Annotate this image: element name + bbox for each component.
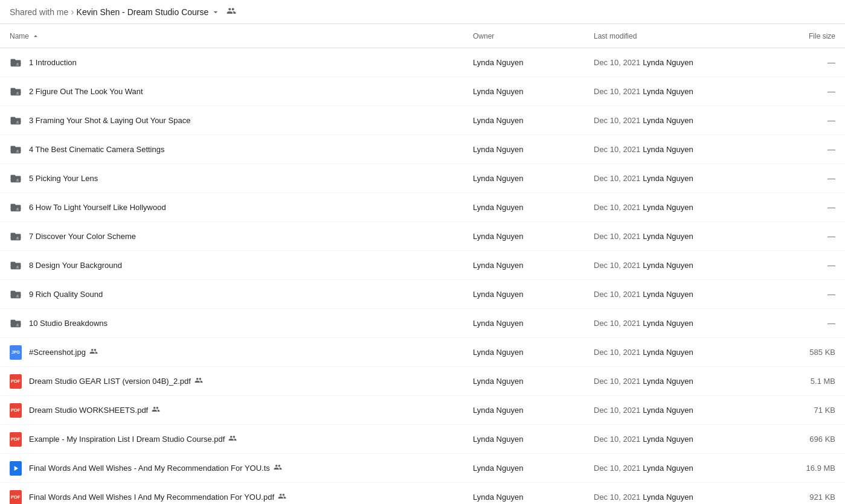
folder-shared-icon [10, 289, 22, 301]
modified-by: Lynda Nguyen [643, 377, 693, 386]
file-name-cell: 6 How To Light Yourself Like Hollywood [10, 202, 473, 214]
pdf-icon: PDF [10, 490, 22, 505]
file-name: 2 Figure Out The Look You Want [29, 87, 143, 96]
file-name: Dream Studio GEAR LIST (version 04B)_2.p… [29, 376, 203, 386]
table-row[interactable]: 5 Picking Your Lens Lynda Nguyen Dec 10,… [0, 164, 845, 193]
shared-badge [228, 434, 237, 444]
breadcrumb: Shared with me › Kevin Shen - Dream Stud… [0, 0, 845, 24]
file-name: 10 Studio Breakdowns [29, 319, 108, 328]
column-last-modified: Last modified [594, 32, 775, 40]
table-row[interactable]: PDF Example - My Inspiration List I Drea… [0, 425, 845, 454]
svg-point-2 [17, 121, 19, 123]
table-row[interactable]: 1 Introduction Lynda Nguyen Dec 10, 2021… [0, 48, 845, 77]
file-size: 585 KB [775, 348, 835, 357]
modified-by: Lynda Nguyen [643, 348, 693, 357]
modified-date: Dec 10, 2021 [594, 58, 640, 67]
file-name: 5 Picking Your Lens [29, 174, 98, 183]
image-file-icon: JPG [10, 346, 22, 359]
file-size: 16.9 MB [775, 464, 835, 473]
file-list: 1 Introduction Lynda Nguyen Dec 10, 2021… [0, 48, 845, 504]
file-name-cell: PDF Dream Studio GEAR LIST (version 04B)… [10, 375, 473, 388]
file-owner: Lynda Nguyen [473, 377, 594, 386]
modified-by: Lynda Nguyen [643, 261, 693, 270]
modified-by: Lynda Nguyen [643, 116, 693, 125]
svg-point-7 [17, 266, 19, 267]
column-name[interactable]: Name [10, 32, 473, 40]
file-modified: Dec 10, 2021 Lynda Nguyen [594, 145, 775, 154]
file-modified: Dec 10, 2021 Lynda Nguyen [594, 87, 775, 96]
table-row[interactable]: 9 Rich Quality Sound Lynda Nguyen Dec 10… [0, 280, 845, 309]
table-row[interactable]: 4 The Best Cinematic Camera Settings Lyn… [0, 135, 845, 164]
svg-point-9 [17, 324, 19, 325]
file-size: — [775, 58, 835, 67]
shared-badge [194, 376, 203, 386]
folder-shared-icon [10, 115, 22, 127]
table-row[interactable]: 7 Discover Your Color Scheme Lynda Nguye… [0, 222, 845, 251]
file-name: 4 The Best Cinematic Camera Settings [29, 145, 164, 154]
file-owner: Lynda Nguyen [473, 348, 594, 357]
folder-shared-icon [10, 173, 22, 185]
file-owner: Lynda Nguyen [473, 493, 594, 502]
modified-by: Lynda Nguyen [643, 203, 693, 212]
modified-by: Lynda Nguyen [643, 87, 693, 96]
table-row[interactable]: 2 Figure Out The Look You Want Lynda Ngu… [0, 77, 845, 106]
file-modified: Dec 10, 2021 Lynda Nguyen [594, 319, 775, 328]
modified-date: Dec 10, 2021 [594, 348, 640, 357]
table-row[interactable]: 8 Design Your Background Lynda Nguyen De… [0, 251, 845, 280]
table-row[interactable]: 3 Framing Your Shot & Laying Out Your Sp… [0, 106, 845, 135]
table-row[interactable]: PDF Final Words And Well Wishes I And My… [0, 483, 845, 504]
file-modified: Dec 10, 2021 Lynda Nguyen [594, 58, 775, 67]
file-owner: Lynda Nguyen [473, 87, 594, 96]
file-name-cell: 10 Studio Breakdowns [10, 317, 473, 330]
video-icon [10, 461, 22, 476]
file-name: 3 Framing Your Shot & Laying Out Your Sp… [29, 116, 190, 125]
file-name: 7 Discover Your Color Scheme [29, 232, 136, 241]
table-row[interactable]: Final Words And Well Wishes - And My Rec… [0, 454, 845, 483]
breadcrumb-current-folder: Kevin Shen - Dream Studio Course [77, 7, 221, 17]
file-name: Dream Studio WORKSHEETS.pdf [29, 405, 160, 415]
modified-by: Lynda Nguyen [643, 406, 693, 415]
folder-shared-icon [10, 57, 22, 69]
table-row[interactable]: PDF Dream Studio GEAR LIST (version 04B)… [0, 367, 845, 396]
file-name-cell: 7 Discover Your Color Scheme [10, 231, 473, 243]
file-size: — [775, 203, 835, 212]
breadcrumb-shared-with-me[interactable]: Shared with me [10, 7, 68, 17]
table-header: Name Owner Last modified File size [0, 24, 845, 48]
table-row[interactable]: 6 How To Light Yourself Like Hollywood L… [0, 193, 845, 222]
table-row[interactable]: PDF Dream Studio WORKSHEETS.pdf Lynda Ng… [0, 396, 845, 425]
table-row[interactable]: JPG #Screenshot.jpg Lynda Nguyen Dec 10,… [0, 338, 845, 367]
file-owner: Lynda Nguyen [473, 145, 594, 154]
shared-folder-icon [225, 6, 237, 18]
file-modified: Dec 10, 2021 Lynda Nguyen [594, 464, 775, 473]
file-name-cell: 3 Framing Your Shot & Laying Out Your Sp… [10, 115, 473, 127]
modified-date: Dec 10, 2021 [594, 406, 640, 415]
modified-date: Dec 10, 2021 [594, 435, 640, 444]
file-name-cell: 8 Design Your Background [10, 260, 473, 272]
file-name-cell: 5 Picking Your Lens [10, 173, 473, 185]
svg-point-4 [17, 179, 19, 180]
modified-date: Dec 10, 2021 [594, 145, 640, 154]
file-modified: Dec 10, 2021 Lynda Nguyen [594, 116, 775, 125]
file-size: 71 KB [775, 406, 835, 415]
table-row[interactable]: 10 Studio Breakdowns Lynda Nguyen Dec 10… [0, 309, 845, 338]
file-name: 1 Introduction [29, 58, 77, 67]
file-name-cell: PDF Example - My Inspiration List I Drea… [10, 433, 473, 445]
file-modified: Dec 10, 2021 Lynda Nguyen [594, 348, 775, 357]
file-size: — [775, 116, 835, 125]
sort-asc-icon [31, 32, 40, 40]
file-modified: Dec 10, 2021 Lynda Nguyen [594, 174, 775, 183]
pdf-icon: PDF [10, 432, 22, 447]
folder-shared-icon [10, 144, 22, 156]
file-owner: Lynda Nguyen [473, 203, 594, 212]
file-size: 921 KB [775, 493, 835, 502]
modified-date: Dec 10, 2021 [594, 116, 640, 125]
column-file-size: File size [775, 32, 835, 40]
pdf-file-icon: PDF [10, 491, 22, 503]
pdf-file-icon: PDF [10, 433, 22, 445]
dropdown-icon[interactable] [211, 7, 220, 17]
file-owner: Lynda Nguyen [473, 290, 594, 299]
shared-badge [152, 405, 160, 415]
svg-point-5 [17, 208, 19, 209]
file-owner: Lynda Nguyen [473, 319, 594, 328]
file-size: — [775, 145, 835, 154]
